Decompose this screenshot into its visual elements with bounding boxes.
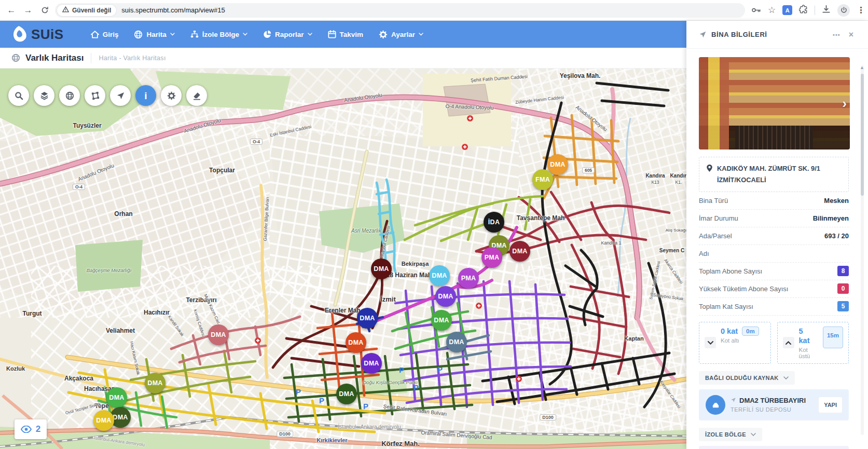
chevron-down-icon[interactable] bbox=[705, 337, 716, 348]
map-tool-settings[interactable] bbox=[161, 85, 182, 106]
field-value: Mesken bbox=[824, 197, 849, 205]
connected-source-section-toggle[interactable]: BAĞLI OLDUĞU KAYNAK bbox=[699, 371, 795, 385]
zone-marker-dma[interactable]: DMA bbox=[145, 373, 166, 393]
nav-item-label: Takvim bbox=[340, 31, 364, 38]
nav-item-takvim[interactable]: Takvim bbox=[328, 30, 364, 38]
zone-marker-dma[interactable]: DMA bbox=[435, 286, 456, 307]
gear-icon bbox=[379, 30, 388, 39]
field-label: Bina Türü bbox=[699, 197, 728, 205]
zone-marker-dma[interactable]: DMA bbox=[509, 241, 530, 262]
zone-marker-dma[interactable]: DMA bbox=[357, 308, 378, 329]
map-tool-eraser[interactable] bbox=[186, 85, 207, 106]
downloads-icon[interactable] bbox=[822, 5, 831, 16]
nav-item-ayarlar[interactable]: Ayarlar bbox=[379, 30, 423, 39]
reload-icon bbox=[41, 6, 49, 14]
zone-marker-dma[interactable]: DMA bbox=[371, 258, 392, 279]
navigation-arrow-icon bbox=[731, 397, 736, 404]
profile-power-icon[interactable] bbox=[837, 4, 850, 17]
nav-menu: GirişHaritaİzole BölgeRaporlarTakvimAyar… bbox=[91, 30, 423, 39]
field-row: Ada/Parsel693 / 20 bbox=[699, 227, 849, 245]
navigation-arrow-icon bbox=[699, 31, 707, 38]
zone-marker-dma[interactable]: DMA bbox=[208, 324, 229, 345]
browser-forward-button[interactable]: → bbox=[21, 3, 35, 18]
address-bar[interactable]: Güvenli değil suis.spectrumbt.com/map/vi… bbox=[55, 3, 745, 18]
zone-marker-dma[interactable]: DMA bbox=[446, 332, 467, 352]
zone-marker-i̇da[interactable]: İDA bbox=[484, 212, 504, 233]
chevron-down-icon bbox=[170, 33, 175, 36]
globe-icon bbox=[134, 30, 143, 39]
hospital-icon bbox=[516, 376, 522, 382]
breadcrumb: Varlık Haritası Harita - Varlık Haritası bbox=[0, 48, 686, 69]
zone-marker-dma[interactable]: DMA bbox=[93, 410, 114, 431]
building-info-panel: BİNA BİLGİLERİ ••• × › KADIKÖY MAH. ZÜMR… bbox=[686, 21, 868, 449]
nav-item-label: Ayarlar bbox=[391, 31, 415, 38]
scrollbar-thumb[interactable] bbox=[861, 74, 864, 196]
above-grade-count: 5 kat bbox=[799, 326, 815, 345]
pie-icon bbox=[263, 30, 271, 38]
extensions-puzzle-icon[interactable] bbox=[799, 5, 808, 16]
field-label: Toplam Kat Sayısı bbox=[699, 303, 753, 310]
photo-next-button[interactable]: › bbox=[842, 96, 847, 112]
nav-item-i-zole-b-lge[interactable]: İzole Bölge bbox=[190, 30, 247, 38]
parking-icon: P bbox=[319, 396, 324, 405]
search-icon bbox=[15, 91, 23, 100]
browser-back-button[interactable]: ← bbox=[4, 3, 19, 18]
translate-extension-icon[interactable]: A bbox=[782, 5, 792, 15]
field-row: Bina TürüMesken bbox=[699, 192, 849, 210]
security-badge[interactable]: Güvenli değil bbox=[57, 5, 116, 16]
zone-marker-fma[interactable]: FMA bbox=[532, 169, 553, 190]
chevron-down-icon bbox=[751, 433, 756, 436]
suis-logo[interactable]: SUiS bbox=[9, 25, 64, 44]
zone-marker-dma[interactable]: DMA bbox=[429, 265, 450, 286]
visible-layers-count: 2 bbox=[36, 424, 40, 434]
panel-menu-button[interactable]: ••• bbox=[829, 30, 845, 40]
parking-icon: P bbox=[296, 387, 301, 396]
map-canvas[interactable]: PPPPPP Yeşilova Mah.Şehit Fatih Duman Ca… bbox=[0, 69, 686, 449]
above-grade-box: 5 kat Kot üstü 15m bbox=[777, 322, 849, 364]
zone-marker-dma[interactable]: DMA bbox=[431, 310, 452, 331]
bookmark-star-icon[interactable]: ☆ bbox=[768, 5, 776, 16]
izole-card[interactable]: DMA3 SARAYBAHÇE bbox=[699, 446, 849, 449]
browser-menu-icon[interactable]: ⋮ bbox=[857, 5, 865, 15]
nav-item-harita[interactable]: Harita bbox=[134, 30, 174, 39]
zone-marker-dma[interactable]: DMA bbox=[547, 154, 568, 175]
zone-marker-dma[interactable]: DMA bbox=[361, 353, 382, 374]
izole-bolge-section-toggle[interactable]: İZOLE BÖLGE bbox=[699, 428, 762, 441]
count-badge: 5 bbox=[837, 301, 849, 311]
password-key-icon[interactable] bbox=[751, 6, 761, 15]
url-text[interactable]: suis.spectrumbt.com/map/view#15 bbox=[121, 6, 225, 14]
breadcrumb-path: Harita - Varlık Haritası bbox=[99, 55, 166, 62]
nav-item-label: Raporlar bbox=[275, 31, 304, 38]
nav-item-label: Giriş bbox=[103, 31, 119, 38]
below-grade-height-chip[interactable]: 0m bbox=[742, 326, 759, 336]
address-text: KADIKÖY MAH. ZÜMRÜT SK. 9/1 İZMİT/KOCAEL… bbox=[717, 163, 841, 186]
map-tool-polygon[interactable] bbox=[85, 85, 105, 106]
nav-item-giri-[interactable]: Giriş bbox=[91, 31, 119, 38]
security-label: Güvenli değil bbox=[72, 7, 111, 14]
source-yapi-button[interactable]: YAPI bbox=[819, 397, 842, 413]
layers-icon bbox=[40, 91, 49, 100]
above-grade-height-chip[interactable]: 15m bbox=[823, 326, 843, 348]
browser-reload-button[interactable] bbox=[37, 3, 52, 18]
map-tool-layers[interactable] bbox=[34, 85, 54, 106]
izole-bolge-label: İZOLE BÖLGE bbox=[705, 431, 746, 438]
panel-scrollbar[interactable]: ▲ bbox=[861, 65, 864, 435]
zone-marker-pma[interactable]: PMA bbox=[481, 247, 502, 268]
map-tool-info[interactable]: i bbox=[135, 85, 156, 106]
source-card[interactable]: DMA2 TÜRBEBAYIRI TERFİLİ SU DEPOSU YAPI bbox=[699, 389, 849, 420]
zone-marker-pma[interactable]: PMA bbox=[458, 268, 479, 289]
zone-marker-dma[interactable]: DMA bbox=[336, 384, 357, 404]
panel-close-button[interactable]: × bbox=[845, 28, 858, 42]
hospital-icon bbox=[467, 115, 473, 121]
chevron-up-icon[interactable] bbox=[783, 337, 794, 348]
map-tool-globe[interactable] bbox=[59, 85, 80, 106]
visible-layers-badge[interactable]: 2 bbox=[15, 419, 47, 439]
field-row: Toplam Abone Sayısı8 bbox=[699, 263, 849, 280]
zone-marker-dma[interactable]: DMA bbox=[106, 387, 127, 408]
nav-item-raporlar[interactable]: Raporlar bbox=[263, 30, 312, 38]
below-grade-caption: Kot altı bbox=[721, 337, 765, 344]
map-tool-search[interactable] bbox=[8, 85, 29, 106]
map-tool-locate[interactable] bbox=[110, 85, 131, 106]
zone-marker-dma[interactable]: DMA bbox=[346, 332, 366, 353]
eraser-icon bbox=[192, 91, 201, 100]
